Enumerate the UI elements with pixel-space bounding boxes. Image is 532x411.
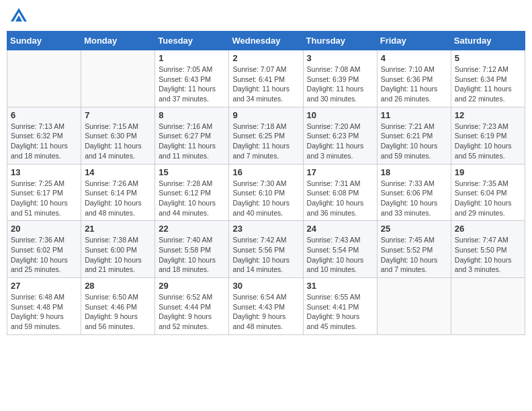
day-number: 25 <box>381 224 447 234</box>
day-info: Sunrise: 7:26 AM Sunset: 6:14 PM Dayligh… <box>85 179 151 218</box>
calendar-cell: 12Sunrise: 7:23 AM Sunset: 6:19 PM Dayli… <box>451 107 525 164</box>
calendar-cell: 9Sunrise: 7:18 AM Sunset: 6:25 PM Daylig… <box>229 107 303 164</box>
header-day-saturday: Saturday <box>451 32 525 50</box>
calendar-cell <box>377 278 451 335</box>
day-info: Sunrise: 7:42 AM Sunset: 5:56 PM Dayligh… <box>232 235 299 275</box>
calendar-cell: 10Sunrise: 7:20 AM Sunset: 6:23 PM Dayli… <box>303 107 377 164</box>
day-info: Sunrise: 6:48 AM Sunset: 4:48 PM Dayligh… <box>11 292 77 332</box>
day-info: Sunrise: 7:38 AM Sunset: 6:00 PM Dayligh… <box>85 235 151 275</box>
day-number: 14 <box>85 167 151 177</box>
calendar-header-row: SundayMondayTuesdayWednesdayThursdayFrid… <box>7 32 525 50</box>
day-number: 28 <box>85 281 151 291</box>
calendar-week-row: 27Sunrise: 6:48 AM Sunset: 4:48 PM Dayli… <box>7 278 525 335</box>
calendar-cell: 13Sunrise: 7:25 AM Sunset: 6:17 PM Dayli… <box>7 164 81 221</box>
day-info: Sunrise: 6:54 AM Sunset: 4:43 PM Dayligh… <box>232 292 299 332</box>
day-number: 30 <box>232 281 299 291</box>
day-info: Sunrise: 7:25 AM Sunset: 6:17 PM Dayligh… <box>11 179 77 218</box>
day-number: 27 <box>11 281 77 291</box>
calendar-cell: 29Sunrise: 6:52 AM Sunset: 4:44 PM Dayli… <box>155 278 229 335</box>
day-number: 2 <box>232 53 299 63</box>
day-info: Sunrise: 6:55 AM Sunset: 4:41 PM Dayligh… <box>307 292 373 332</box>
day-number: 31 <box>307 281 373 291</box>
day-number: 19 <box>455 167 521 177</box>
header-day-sunday: Sunday <box>7 32 81 50</box>
day-info: Sunrise: 7:08 AM Sunset: 6:39 PM Dayligh… <box>307 64 373 104</box>
calendar-cell: 1Sunrise: 7:05 AM Sunset: 6:43 PM Daylig… <box>155 50 229 107</box>
calendar-cell: 5Sunrise: 7:12 AM Sunset: 6:34 PM Daylig… <box>451 50 525 107</box>
day-info: Sunrise: 7:07 AM Sunset: 6:41 PM Dayligh… <box>232 64 299 104</box>
header-day-tuesday: Tuesday <box>155 32 229 50</box>
day-number: 4 <box>381 53 447 63</box>
day-info: Sunrise: 7:16 AM Sunset: 6:27 PM Dayligh… <box>159 122 225 161</box>
calendar-cell: 7Sunrise: 7:15 AM Sunset: 6:30 PM Daylig… <box>81 107 155 164</box>
day-number: 24 <box>307 224 373 234</box>
calendar-cell: 21Sunrise: 7:38 AM Sunset: 6:00 PM Dayli… <box>81 221 155 278</box>
calendar-cell: 4Sunrise: 7:10 AM Sunset: 6:36 PM Daylig… <box>377 50 451 107</box>
day-number: 18 <box>381 167 447 177</box>
day-number: 23 <box>232 224 299 234</box>
day-info: Sunrise: 7:21 AM Sunset: 6:21 PM Dayligh… <box>381 122 447 161</box>
calendar-cell: 25Sunrise: 7:45 AM Sunset: 5:52 PM Dayli… <box>377 221 451 278</box>
day-number: 12 <box>455 110 521 120</box>
calendar-cell: 31Sunrise: 6:55 AM Sunset: 4:41 PM Dayli… <box>303 278 377 335</box>
day-number: 21 <box>85 224 151 234</box>
day-info: Sunrise: 7:28 AM Sunset: 6:12 PM Dayligh… <box>159 179 225 218</box>
day-number: 1 <box>159 53 225 63</box>
calendar-cell <box>7 50 81 107</box>
day-number: 6 <box>11 110 77 120</box>
day-number: 16 <box>232 167 299 177</box>
day-info: Sunrise: 7:05 AM Sunset: 6:43 PM Dayligh… <box>159 64 225 104</box>
calendar-week-row: 13Sunrise: 7:25 AM Sunset: 6:17 PM Dayli… <box>7 164 525 221</box>
calendar-cell: 8Sunrise: 7:16 AM Sunset: 6:27 PM Daylig… <box>155 107 229 164</box>
day-info: Sunrise: 7:15 AM Sunset: 6:30 PM Dayligh… <box>85 122 151 161</box>
calendar-cell: 3Sunrise: 7:08 AM Sunset: 6:39 PM Daylig… <box>303 50 377 107</box>
day-number: 8 <box>159 110 225 120</box>
day-info: Sunrise: 7:47 AM Sunset: 5:50 PM Dayligh… <box>455 235 521 275</box>
calendar-cell: 18Sunrise: 7:33 AM Sunset: 6:06 PM Dayli… <box>377 164 451 221</box>
day-info: Sunrise: 7:33 AM Sunset: 6:06 PM Dayligh… <box>381 179 447 218</box>
day-info: Sunrise: 7:18 AM Sunset: 6:25 PM Dayligh… <box>232 122 299 161</box>
calendar-cell: 11Sunrise: 7:21 AM Sunset: 6:21 PM Dayli… <box>377 107 451 164</box>
day-number: 15 <box>159 167 225 177</box>
day-number: 20 <box>11 224 77 234</box>
day-info: Sunrise: 7:13 AM Sunset: 6:32 PM Dayligh… <box>11 122 77 161</box>
day-number: 17 <box>307 167 373 177</box>
calendar-week-row: 1Sunrise: 7:05 AM Sunset: 6:43 PM Daylig… <box>7 50 525 107</box>
calendar-table: SundayMondayTuesdayWednesdayThursdayFrid… <box>7 31 525 335</box>
calendar-cell <box>451 278 525 335</box>
header-day-friday: Friday <box>377 32 451 50</box>
day-number: 26 <box>455 224 521 234</box>
calendar-cell: 26Sunrise: 7:47 AM Sunset: 5:50 PM Dayli… <box>451 221 525 278</box>
header-day-wednesday: Wednesday <box>229 32 303 50</box>
calendar-cell: 28Sunrise: 6:50 AM Sunset: 4:46 PM Dayli… <box>81 278 155 335</box>
calendar-cell: 27Sunrise: 6:48 AM Sunset: 4:48 PM Dayli… <box>7 278 81 335</box>
day-info: Sunrise: 7:36 AM Sunset: 6:02 PM Dayligh… <box>11 235 77 275</box>
day-info: Sunrise: 7:20 AM Sunset: 6:23 PM Dayligh… <box>307 122 373 161</box>
calendar-week-row: 20Sunrise: 7:36 AM Sunset: 6:02 PM Dayli… <box>7 221 525 278</box>
day-info: Sunrise: 7:31 AM Sunset: 6:08 PM Dayligh… <box>307 179 373 218</box>
day-info: Sunrise: 6:52 AM Sunset: 4:44 PM Dayligh… <box>159 292 225 332</box>
day-number: 9 <box>232 110 299 120</box>
day-info: Sunrise: 7:45 AM Sunset: 5:52 PM Dayligh… <box>381 235 447 275</box>
calendar-week-row: 6Sunrise: 7:13 AM Sunset: 6:32 PM Daylig… <box>7 107 525 164</box>
day-info: Sunrise: 7:35 AM Sunset: 6:04 PM Dayligh… <box>455 179 521 218</box>
calendar-cell: 16Sunrise: 7:30 AM Sunset: 6:10 PM Dayli… <box>229 164 303 221</box>
calendar-cell: 14Sunrise: 7:26 AM Sunset: 6:14 PM Dayli… <box>81 164 155 221</box>
day-info: Sunrise: 7:12 AM Sunset: 6:34 PM Dayligh… <box>455 64 521 104</box>
page-header <box>7 7 525 26</box>
logo <box>9 7 30 26</box>
day-number: 7 <box>85 110 151 120</box>
day-info: Sunrise: 6:50 AM Sunset: 4:46 PM Dayligh… <box>85 292 151 332</box>
day-info: Sunrise: 7:23 AM Sunset: 6:19 PM Dayligh… <box>455 122 521 161</box>
day-number: 22 <box>159 224 225 234</box>
calendar-cell: 30Sunrise: 6:54 AM Sunset: 4:43 PM Dayli… <box>229 278 303 335</box>
calendar-cell: 2Sunrise: 7:07 AM Sunset: 6:41 PM Daylig… <box>229 50 303 107</box>
calendar-cell <box>81 50 155 107</box>
calendar-cell: 15Sunrise: 7:28 AM Sunset: 6:12 PM Dayli… <box>155 164 229 221</box>
header-day-monday: Monday <box>81 32 155 50</box>
logo-icon <box>9 7 28 26</box>
day-info: Sunrise: 7:30 AM Sunset: 6:10 PM Dayligh… <box>232 179 299 218</box>
day-info: Sunrise: 7:40 AM Sunset: 5:58 PM Dayligh… <box>159 235 225 275</box>
day-number: 5 <box>455 53 521 63</box>
header-day-thursday: Thursday <box>303 32 377 50</box>
